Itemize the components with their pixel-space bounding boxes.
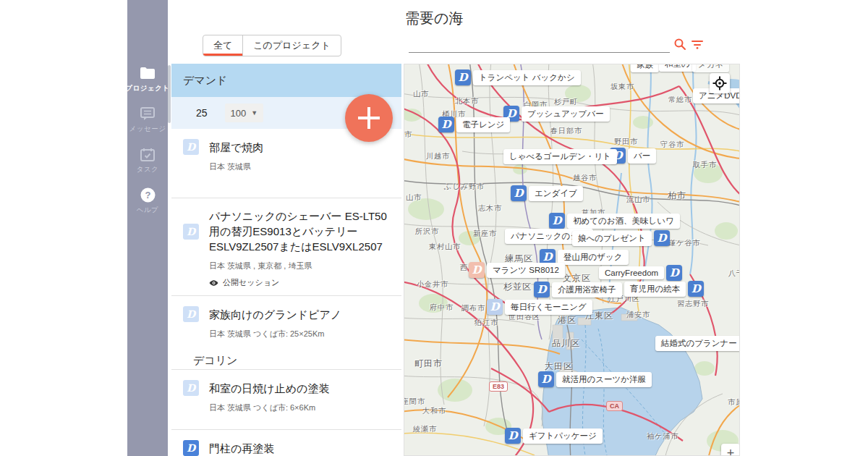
map-marker[interactable]: Dエンダイブ xyxy=(511,185,583,201)
demand-list-item[interactable]: D家族向けのグランドピアノ日本 茨城県 つくば市: 25×25Km xyxy=(171,295,401,351)
map-marker-label: CarryFreedom xyxy=(599,266,664,279)
demand-list-item[interactable]: D門柱の再塗装 xyxy=(171,429,401,456)
map-marker-label: しゃべるゴールデン・リト xyxy=(503,149,617,164)
map-marker-label: 家族 xyxy=(631,64,659,72)
demand-item-row: D部屋で焼肉 xyxy=(183,139,390,155)
map-marker-label: 和室の xyxy=(659,64,696,72)
task-icon xyxy=(140,146,156,162)
filter-icon[interactable] xyxy=(692,39,703,49)
add-demand-button[interactable] xyxy=(345,94,393,142)
map-marker[interactable]: Dギフトパッケージ xyxy=(505,428,603,444)
demand-item-row: Dパナソニックのシェーバー ES-LT50用の替刃ES9013とバッテリー ES… xyxy=(183,208,390,254)
map-marker-label: 結婚式のプランナー xyxy=(655,336,740,351)
demand-d-icon: D xyxy=(183,380,199,396)
map-marker-d-icon: D xyxy=(688,281,704,297)
demand-item-row: D和室の日焼け止めの塗装 xyxy=(183,380,390,396)
scope-tabs: 全てこのプロジェクト xyxy=(203,35,341,56)
sidebar-item-label: メッセージ xyxy=(129,124,166,134)
demand-title: パナソニックのシェーバー ES-LT50用の替刃ES9013とバッテリー ESL… xyxy=(209,208,390,254)
result-count: 25 xyxy=(196,107,208,119)
sidebar: プロジェクトメッセージタスク?ヘルプ xyxy=(127,0,168,456)
map-marker-label: 就活用のスーツか洋服 xyxy=(556,372,652,387)
map-marker[interactable]: 育児用の絵本D xyxy=(624,281,704,297)
demand-item-row: D門柱の再塗装 xyxy=(183,440,390,456)
sidebar-item-message[interactable]: メッセージ xyxy=(125,106,169,135)
demand-session: 公開セッション xyxy=(209,277,390,288)
map-marker[interactable]: 娘へのプレゼントD xyxy=(572,230,670,246)
map-marker-label: バー xyxy=(628,148,656,164)
demand-title: 家族向けのグランドピアノ xyxy=(209,307,341,322)
map-marker-label: 登山用のザック xyxy=(558,250,629,265)
page-title: 需要の海 xyxy=(405,9,550,28)
sidebar-item-label: ヘルプ xyxy=(137,206,159,215)
demand-location: 日本 茨城県 つくば市: 6×6Km xyxy=(209,402,390,413)
demand-list: D部屋で焼肉日本 茨城県Dパナソニックのシェーバー ES-LT50用の替刃ES9… xyxy=(171,129,401,456)
search-icon[interactable] xyxy=(673,38,686,51)
map-marker-label: 毎日行くモーニング xyxy=(505,300,592,315)
map-marker[interactable]: D電子レンジ xyxy=(438,117,510,132)
demand-d-icon: D xyxy=(183,306,199,322)
demand-d-icon: D xyxy=(183,440,199,456)
map-marker-label: トランペット バックかシ xyxy=(473,70,581,85)
map-marker-d-icon: D xyxy=(438,117,454,132)
map-marker[interactable]: メガネ xyxy=(692,64,729,72)
sidebar-item-folder[interactable]: プロジェクト xyxy=(125,65,169,94)
map-marker-label: メガネ xyxy=(692,64,729,72)
zoom-in-button[interactable]: + xyxy=(721,444,740,456)
list-scrollbar[interactable] xyxy=(168,65,171,123)
map-marker-d-icon: D xyxy=(455,69,471,85)
demand-location: 日本 茨城県 , 東京都 , 埼玉県 xyxy=(209,261,390,271)
map-marker-label: 初めてのお酒、美味しいワ xyxy=(567,214,680,229)
map-marker-d-icon: D xyxy=(487,299,503,315)
map-marker-d-icon: D xyxy=(549,213,565,229)
map-marker-d-icon: D xyxy=(534,282,550,297)
demand-location: 日本 茨城県 つくば市: 25×25Km xyxy=(209,329,390,339)
demand-title: 部屋で焼肉 xyxy=(209,140,263,155)
search-input[interactable] xyxy=(409,35,670,53)
list-header: デマンド xyxy=(171,64,401,97)
map-marker[interactable]: 結婚式のプランナーD xyxy=(655,335,740,351)
demand-title: 和室の日焼け止めの塗装 xyxy=(209,381,329,396)
map[interactable]: 山市北本市桶川市白岡市杉戸町春日部市坂東市常総市野田市守谷市取手市川越市市越谷市… xyxy=(404,64,740,456)
map-marker[interactable]: D初めてのお酒、美味しいワ xyxy=(549,213,680,229)
tab-this-project[interactable]: このプロジェクト xyxy=(242,35,340,56)
map-marker-d-icon: D xyxy=(666,265,682,281)
map-marker-label: 娘へのプレゼント xyxy=(572,231,652,246)
map-marker-label: ギフトパッケージ xyxy=(523,428,603,444)
demand-title: 門柱の再塗装 xyxy=(209,441,274,456)
locate-button[interactable] xyxy=(710,73,730,93)
map-marker[interactable]: D毎日行くモーニング xyxy=(487,299,592,315)
map-marker[interactable]: D介護用浴室椅子 xyxy=(534,282,622,297)
chevron-down-icon: ▼ xyxy=(251,109,258,117)
map-marker-d-icon: D xyxy=(654,230,670,246)
map-marker-d-icon: D xyxy=(538,371,554,387)
demand-list-item[interactable]: D和室の日焼け止めの塗装日本 茨城県 つくば市: 6×6Km xyxy=(171,369,401,429)
list-section-label: デコリン xyxy=(171,351,401,369)
map-marker[interactable]: Dトランペット バックかシ xyxy=(455,69,581,85)
map-marker-label: マランツ SR8012 xyxy=(487,263,565,278)
sidebar-item-help[interactable]: ?ヘルプ xyxy=(125,187,169,216)
map-marker[interactable]: 家族 xyxy=(631,64,659,72)
map-marker[interactable]: 和室の xyxy=(659,64,696,72)
map-marker-label: 介護用浴室椅子 xyxy=(552,282,622,297)
map-marker[interactable]: D就活用のスーツか洋服 xyxy=(538,371,652,387)
demand-d-icon: D xyxy=(183,224,199,240)
map-marker[interactable]: Dプッシュアップバー xyxy=(503,106,610,122)
sidebar-item-task[interactable]: タスク xyxy=(125,146,169,175)
demand-location: 日本 茨城県 xyxy=(209,161,390,172)
demand-d-icon: D xyxy=(183,139,199,155)
svg-text:?: ? xyxy=(145,190,150,200)
demand-list-panel: 全てこのプロジェクト デマンド 25 100 ▼ D部屋で焼肉日本 茨城県Dパナ… xyxy=(168,0,401,456)
map-marker-d-icon: D xyxy=(469,262,485,278)
crosshair-icon xyxy=(712,76,727,90)
map-marker[interactable]: しゃべるゴールデン・リト xyxy=(503,149,617,164)
help-icon: ? xyxy=(140,187,156,203)
tab-all[interactable]: 全て xyxy=(203,35,242,56)
map-marker-d-icon: D xyxy=(505,428,521,444)
map-marker[interactable]: Dマランツ SR8012 xyxy=(469,262,565,278)
sidebar-item-label: タスク xyxy=(137,165,159,174)
map-marker[interactable]: CarryFreedomD xyxy=(599,265,682,281)
demand-list-item[interactable]: Dパナソニックのシェーバー ES-LT50用の替刃ES9013とバッテリー ES… xyxy=(171,198,401,295)
per-page-select[interactable]: 100 ▼ xyxy=(225,104,264,122)
map-marker-label: 電子レンジ xyxy=(456,117,510,132)
